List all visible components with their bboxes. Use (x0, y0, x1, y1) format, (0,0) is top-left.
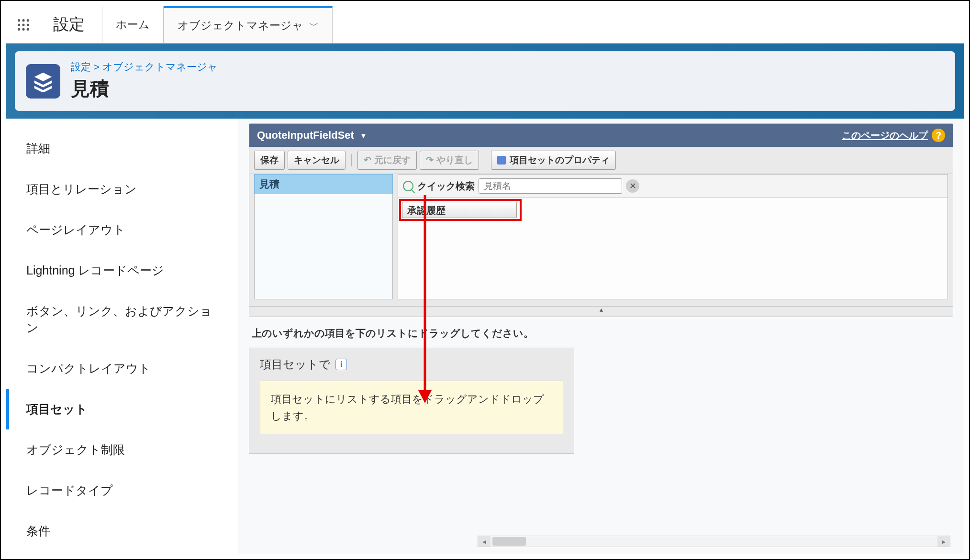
horizontal-scrollbar[interactable]: ◂ ▸ (478, 536, 950, 547)
editor-toolbar: 保存 キャンセル ↶元に戻す ↷やり直し 項目セットのプロパティ (249, 147, 953, 174)
svg-point-1 (22, 19, 24, 22)
properties-icon (497, 156, 506, 165)
tab-object-manager[interactable]: オブジェクトマネージャ ﹀ (164, 6, 333, 43)
toolbar-separator (485, 154, 485, 166)
breadcrumb-object-manager-link[interactable]: オブジェクトマネージャ (102, 61, 218, 72)
palette-field-approval-history[interactable]: 承認履歴 (402, 202, 517, 218)
info-icon[interactable]: i (335, 359, 347, 370)
tab-label: オブジェクトマネージャ (178, 18, 303, 33)
sidebar-item-fields-relationships[interactable]: 項目とリレーション (6, 169, 238, 209)
tab-home[interactable]: ホーム (102, 6, 164, 43)
object-sidebar: 詳細 項目とリレーション ページレイアウト Lightning レコードページ … (6, 119, 238, 554)
breadcrumb-separator: > (91, 61, 102, 72)
sidebar-item-object-limits[interactable]: オブジェクト制限 (6, 429, 238, 470)
dropcard-title: 項目セットで (260, 357, 331, 372)
undo-icon: ↶ (364, 155, 371, 165)
svg-point-5 (27, 23, 29, 26)
fieldset-drop-zone[interactable]: 項目セットにリストする項目をドラッグアンドドロップします。 (260, 381, 563, 434)
editor-header: QuoteInputFieldSet ▼ このページのヘルプ ? (249, 124, 953, 147)
object-header-band: 設定 > オブジェクトマネージャ 見積 (6, 44, 964, 119)
svg-point-3 (18, 23, 20, 26)
quick-find-label: クイック検索 (417, 180, 475, 193)
clear-search-icon[interactable]: ✕ (626, 179, 639, 193)
svg-point-8 (27, 28, 29, 30)
quick-find-input[interactable] (479, 178, 622, 194)
sidebar-item-details[interactable]: 詳細 (6, 128, 238, 169)
app-launcher-icon[interactable] (6, 6, 41, 43)
palette-pane: クイック検索 ✕ 承認履歴 (398, 174, 948, 299)
scrollbar-thumb[interactable] (492, 537, 526, 546)
toolbar-separator (351, 154, 352, 166)
sidebar-item-lightning-pages[interactable]: Lightning レコードページ (6, 250, 238, 291)
scroll-left-icon[interactable]: ◂ (478, 536, 491, 547)
quick-find-row: クイック検索 ✕ (398, 175, 948, 198)
sidebar-item-validation-rules[interactable]: 条件 (6, 511, 238, 551)
search-icon (403, 181, 413, 191)
sidebar-item-search-layouts[interactable]: 検索レイアウト (6, 551, 238, 560)
drag-instruction-text: 上のいずれかの項目を下のリストにドラッグしてください。 (249, 317, 953, 348)
tab-label: ホーム (116, 17, 150, 32)
fieldset-editor: QuoteInputFieldSet ▼ このページのヘルプ ? 保存 キャンセ… (249, 123, 953, 317)
svg-point-6 (18, 28, 20, 30)
app-title: 設定 (41, 6, 97, 43)
object-icon (26, 64, 60, 99)
global-header: 設定 ホーム オブジェクトマネージャ ﹀ (6, 6, 964, 44)
page-title: 見積 (71, 76, 218, 102)
scroll-right-icon[interactable]: ▸ (937, 536, 950, 547)
sidebar-item-buttons-links-actions[interactable]: ボタン、リンク、およびアクション (6, 291, 238, 348)
sidebar-item-page-layouts[interactable]: ページレイアウト (6, 209, 238, 250)
sidebar-item-record-types[interactable]: レコードタイプ (6, 470, 238, 511)
fieldset-properties-button[interactable]: 項目セットのプロパティ (491, 151, 616, 170)
breadcrumb: 設定 > オブジェクトマネージャ (71, 60, 218, 74)
palette-category-list (254, 194, 393, 299)
breadcrumb-setup-link[interactable]: 設定 (71, 61, 91, 72)
redo-icon: ↷ (426, 155, 434, 165)
svg-point-0 (18, 19, 20, 22)
help-icon[interactable]: ? (932, 129, 945, 142)
chevron-down-icon[interactable]: ﹀ (309, 19, 319, 32)
fieldset-drop-card: 項目セットで i 項目セットにリストする項目をドラッグアンドドロップします。 (249, 348, 574, 454)
undo-button: ↶元に戻す (357, 151, 417, 170)
editor-title: QuoteInputFieldSet (257, 129, 354, 142)
sidebar-item-compact-layouts[interactable]: コンパクトレイアウト (6, 348, 238, 389)
redo-button: ↷やり直し (420, 151, 479, 170)
help-for-this-page-link[interactable]: このページのヘルプ (842, 129, 928, 142)
sidebar-item-field-sets[interactable]: 項目セット (6, 389, 238, 429)
editor-collapse-handle[interactable]: ▴ (249, 306, 953, 317)
context-tab-bar: ホーム オブジェクトマネージャ ﹀ (102, 6, 333, 43)
editor-title-dropdown-icon[interactable]: ▼ (360, 132, 367, 140)
palette-category-pane: 見積 (254, 174, 393, 299)
caret-up-icon: ▴ (600, 306, 603, 313)
object-header: 設定 > オブジェクトマネージャ 見積 (15, 51, 955, 111)
svg-point-7 (22, 28, 24, 30)
main-content: QuoteInputFieldSet ▼ このページのヘルプ ? 保存 キャンセ… (238, 119, 964, 554)
svg-point-2 (27, 19, 29, 22)
svg-point-4 (22, 23, 24, 26)
dropcard-title-row: 項目セットで i (249, 348, 574, 381)
cancel-button[interactable]: キャンセル (288, 151, 346, 170)
palette-category-selected[interactable]: 見積 (254, 174, 393, 194)
save-button[interactable]: 保存 (254, 151, 285, 170)
